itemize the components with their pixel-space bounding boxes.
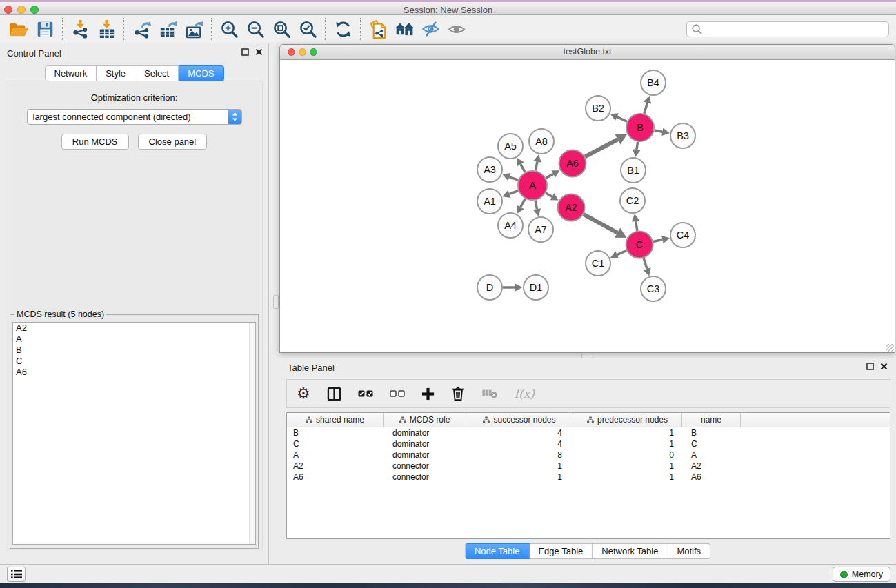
table-cell: 1 (573, 428, 682, 438)
arrowhead-icon (661, 128, 670, 136)
optimization-criterion-select[interactable]: largest connected component (directed) (27, 109, 242, 125)
tab-network[interactable]: Network (44, 65, 97, 81)
select-all-icon[interactable] (358, 390, 373, 397)
table-cell: A6 (682, 472, 741, 482)
resize-grip-icon[interactable] (886, 344, 894, 352)
edge-A6-B[interactable] (585, 139, 617, 156)
edge-C-C1[interactable] (617, 250, 627, 254)
edge-A-A6[interactable] (546, 174, 553, 178)
table-cell: 1 (573, 461, 682, 471)
edge-B-B4[interactable] (644, 103, 648, 114)
network-window-titlebar[interactable]: testGlobe.txt (280, 45, 895, 60)
float-panel-icon[interactable] (241, 48, 249, 56)
refresh-button[interactable] (330, 17, 356, 41)
tab-style[interactable]: Style (97, 65, 135, 81)
deselect-all-icon[interactable] (390, 390, 405, 397)
zoom-selected-button[interactable] (295, 17, 321, 41)
edge-A-A3[interactable] (509, 177, 518, 181)
list-scrollbar[interactable] (249, 323, 255, 544)
float-panel-icon[interactable] (866, 363, 874, 370)
export-network-button[interactable] (128, 17, 155, 41)
import-table-button[interactable] (93, 17, 119, 41)
close-panel-button[interactable]: Close panel (138, 134, 208, 150)
node-label-C2: C2 (626, 195, 639, 206)
edge-A-A7[interactable] (535, 201, 537, 210)
toolbar-separator (211, 18, 212, 40)
mcds-result-item[interactable]: C (13, 356, 255, 367)
edge-C-C2[interactable] (636, 221, 637, 231)
zoom-out-icon (246, 19, 266, 39)
tab-node-table[interactable]: Node Table (465, 543, 530, 559)
open-session-button[interactable] (6, 17, 32, 41)
export-image-button[interactable] (181, 17, 207, 41)
import-network-button[interactable] (67, 17, 93, 41)
table-row[interactable]: Adominator80A (287, 449, 890, 460)
search-field[interactable] (686, 21, 889, 37)
edge-A-A2[interactable] (546, 193, 552, 196)
export-table-button[interactable] (155, 17, 181, 41)
edge-B-B3[interactable] (655, 130, 663, 132)
network-canvas[interactable]: AA1A2A3A4A5A6A7A8BB1B2B3B4CC1C2C3C4DD1 (280, 60, 895, 352)
memory-button[interactable]: Memory (833, 567, 890, 582)
mcds-result-item[interactable]: A6 (13, 367, 255, 378)
mcds-result-item[interactable]: B (13, 345, 255, 356)
node-label-A5: A5 (504, 141, 517, 152)
function-builder-icon[interactable]: f(x) (515, 387, 535, 401)
mcds-result-item[interactable]: A2 (13, 323, 255, 334)
column-header-name[interactable]: name (682, 413, 741, 427)
mcds-tab-content: Optimization criterion: largest connecte… (6, 81, 263, 551)
node-label-D: D (486, 282, 493, 293)
column-header-predecessor-nodes[interactable]: predecessor nodes (573, 413, 682, 427)
arrowhead-icon (515, 283, 523, 292)
refresh-icon (334, 20, 352, 39)
tab-motifs[interactable]: Motifs (668, 543, 710, 559)
table-cell: A (682, 450, 741, 460)
tab-edge-table[interactable]: Edge Table (529, 543, 593, 559)
edge-B-B2[interactable] (617, 117, 627, 122)
edge-A-A5[interactable] (521, 164, 525, 172)
task-history-button[interactable] (7, 567, 26, 582)
toolbar-separator (360, 18, 361, 40)
table-row[interactable]: Bdominator41B (287, 427, 890, 438)
edge-C-C4[interactable] (653, 240, 662, 242)
tab-network-table[interactable]: Network Table (593, 543, 668, 559)
edge-A-A4[interactable] (521, 199, 526, 207)
new-network-from-selection-button[interactable] (365, 17, 391, 41)
show-column-icon[interactable] (327, 387, 341, 401)
table-panel: Table Panel ⚙ (279, 358, 896, 564)
column-header-shared-name[interactable]: shared name (287, 413, 384, 427)
add-column-icon[interactable] (421, 387, 435, 401)
tab-select[interactable]: Select (135, 65, 179, 81)
home-button[interactable] (391, 17, 417, 41)
save-session-button[interactable] (32, 17, 58, 41)
show-all-button[interactable] (444, 17, 470, 41)
close-panel-icon[interactable] (255, 48, 263, 56)
settings-gear-icon[interactable]: ⚙ (297, 386, 310, 401)
table-row[interactable]: A2connector11A2 (287, 460, 890, 472)
delete-table-icon[interactable] (481, 388, 498, 399)
run-mcds-button[interactable]: Run MCDS (61, 134, 129, 150)
mcds-result-item[interactable]: A (13, 334, 255, 345)
node-label-A3: A3 (484, 164, 496, 175)
zoom-fit-button[interactable] (268, 17, 295, 41)
delete-column-icon[interactable] (451, 386, 465, 401)
edge-A2-C[interactable] (584, 214, 617, 233)
table-row[interactable]: A6connector11A6 (287, 472, 890, 483)
table-cell: 8 (466, 450, 573, 460)
edge-A-A8[interactable] (535, 162, 537, 171)
zoom-in-button[interactable] (216, 17, 242, 41)
zoom-out-button[interactable] (242, 17, 268, 41)
close-panel-icon[interactable] (880, 363, 888, 370)
column-header-MCDS-role[interactable]: MCDS role (384, 413, 466, 427)
edge-B-B1[interactable] (637, 142, 638, 150)
node-label-A8: A8 (535, 136, 548, 147)
toolbar-separator (123, 18, 124, 40)
tab-mcds[interactable]: MCDS (179, 65, 223, 81)
search-input[interactable] (703, 25, 888, 34)
edge-A-A1[interactable] (509, 191, 518, 194)
edge-C-C3[interactable] (644, 258, 647, 270)
hide-selected-button[interactable] (417, 17, 444, 41)
split-divider-grip[interactable] (273, 295, 279, 309)
column-header-successor-nodes[interactable]: successor nodes (466, 413, 573, 427)
table-row[interactable]: Cdominator41C (287, 438, 890, 449)
